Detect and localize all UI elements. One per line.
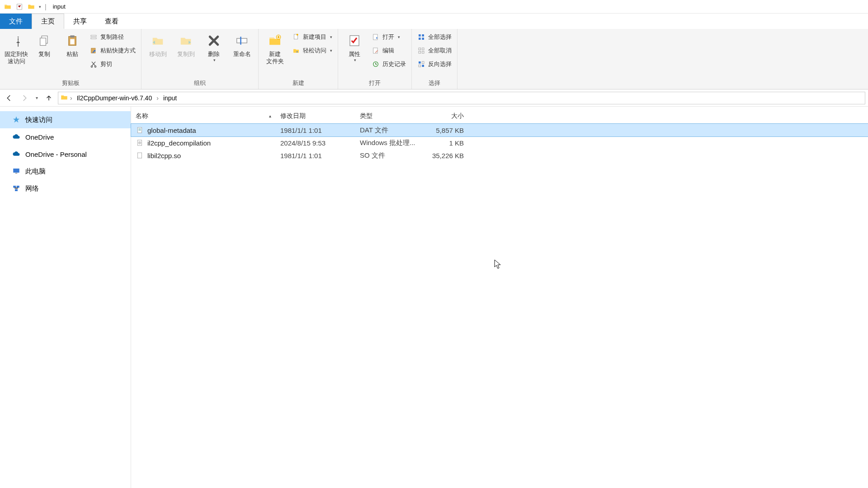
svg-rect-11 (237, 38, 247, 43)
sidebar-item-label: 网络 (25, 184, 39, 193)
file-date: 2024/8/15 9:53 (276, 139, 355, 147)
sidebar-item-this-pc[interactable]: 此电脑 (0, 163, 131, 180)
properties-icon (346, 33, 363, 49)
svg-rect-23 (422, 38, 424, 40)
column-header-name[interactable]: 名称 ▴ (131, 112, 276, 120)
history-button[interactable]: 历史记录 (370, 59, 408, 70)
rename-button[interactable]: 重命名 (229, 31, 255, 60)
tab-home[interactable]: 主页 (32, 14, 64, 29)
new-group-label: 新建 (262, 78, 334, 88)
titlebar: ▾ | input (0, 0, 868, 14)
new-folder-button[interactable]: 新建 文件夹 (262, 31, 288, 66)
ribbon-group-open: 属性 ▾ 打开 ▾ 编辑 历史记录 打开 (338, 29, 412, 89)
chevron-right-icon[interactable]: › (70, 94, 72, 102)
sidebar-item-onedrive[interactable]: OneDrive (0, 128, 131, 145)
folder-small-icon (26, 2, 36, 12)
invert-selection-button[interactable]: 反向选择 (415, 59, 453, 70)
ribbon: 固定到快 速访问 复制 粘贴 复制路径 粘贴快捷方式 (0, 29, 868, 89)
pin-to-quick-access-button[interactable]: 固定到快 速访问 (4, 31, 29, 66)
svg-rect-33 (15, 173, 18, 174)
svg-rect-32 (13, 169, 19, 173)
new-folder-icon (267, 33, 283, 49)
properties-caret-icon: ▾ (354, 58, 356, 62)
file-date: 1981/1/1 1:01 (276, 127, 355, 134)
file-type: DAT 文件 (355, 126, 423, 135)
paste-icon (64, 33, 80, 49)
tab-view[interactable]: 查看 (96, 14, 127, 29)
select-none-label: 全部取消 (428, 47, 452, 55)
svg-rect-30 (419, 65, 421, 67)
cut-button[interactable]: 剪切 (88, 59, 137, 70)
open-button[interactable]: 打开 ▾ (370, 32, 408, 42)
pin-icon (8, 33, 24, 49)
paste-shortcut-button[interactable]: 粘贴快捷方式 (88, 45, 137, 56)
new-item-caret-icon: ▾ (330, 35, 332, 39)
address-bar[interactable]: › Il2CppDumper-win-v6.7.40 › input (58, 92, 865, 104)
svg-rect-4 (70, 35, 74, 38)
file-name: libil2cpp.so (147, 152, 181, 160)
copy-path-icon (90, 33, 98, 41)
properties-qat-icon[interactable] (14, 2, 24, 12)
delete-icon (206, 33, 222, 49)
svg-rect-36 (15, 189, 18, 192)
select-none-button[interactable]: 全部取消 (415, 45, 453, 56)
svg-rect-2 (40, 38, 46, 45)
tab-file[interactable]: 文件 (0, 14, 32, 29)
file-row[interactable]: il2cpp_decompilation2024/8/15 9:53Window… (131, 136, 868, 149)
file-icon (136, 126, 144, 134)
delete-button[interactable]: 删除 ▾ (201, 31, 226, 64)
paste-shortcut-label: 粘贴快捷方式 (100, 47, 136, 55)
easy-access-button[interactable]: 轻松访问 ▾ (290, 45, 334, 56)
new-item-button[interactable]: 新建项目 ▾ (290, 32, 334, 42)
new-item-icon (292, 33, 300, 41)
nav-recent-caret-icon[interactable]: ▾ (33, 92, 40, 104)
select-group-label: 选择 (415, 78, 453, 88)
column-header-date[interactable]: 修改日期 (276, 112, 355, 120)
svg-rect-12 (240, 37, 241, 45)
edit-button[interactable]: 编辑 (370, 45, 408, 56)
breadcrumb-current[interactable]: input (160, 94, 179, 102)
navbar: ▾ › Il2CppDumper-win-v6.7.40 › input (0, 89, 868, 107)
select-none-icon (417, 47, 425, 55)
file-pane: 名称 ▴ 修改日期 类型 大小 global-metadata1981/1/1 … (131, 107, 868, 488)
copy-button[interactable]: 复制 (32, 31, 57, 60)
ribbon-group-clipboard: 固定到快 速访问 复制 粘贴 复制路径 粘贴快捷方式 (0, 29, 142, 89)
breadcrumb-parent[interactable]: Il2CppDumper-win-v6.7.40 (74, 94, 155, 102)
sidebar-item-label: 快速访问 (25, 116, 52, 124)
column-header-type[interactable]: 类型 (355, 112, 423, 120)
tab-share[interactable]: 共享 (64, 14, 96, 29)
sidebar-item-network[interactable]: 网络 (0, 180, 131, 197)
nav-up-button[interactable] (42, 92, 55, 104)
svg-rect-34 (13, 186, 16, 188)
column-header-size[interactable]: 大小 (423, 112, 468, 120)
sidebar-item-onedrive-personal[interactable]: OneDrive - Personal (0, 145, 131, 163)
select-all-button[interactable]: 全部选择 (415, 32, 453, 42)
cut-icon (90, 60, 98, 68)
svg-rect-31 (422, 65, 424, 67)
properties-label: 属性 (349, 51, 360, 58)
file-row[interactable]: global-metadata1981/1/1 1:01DAT 文件5,857 … (131, 124, 868, 136)
file-row[interactable]: libil2cpp.so1981/1/1 1:01SO 文件35,226 KB (131, 149, 868, 162)
svg-point-9 (91, 66, 92, 67)
monitor-icon (12, 167, 21, 176)
paste-button[interactable]: 粘贴 (60, 31, 85, 60)
ribbon-tabs: 文件 主页 共享 查看 (0, 14, 868, 29)
move-to-button[interactable]: 移动到 (145, 31, 170, 60)
chevron-right-icon[interactable]: › (156, 94, 159, 102)
sidebar-item-quick-access[interactable]: 快速访问 (0, 111, 131, 128)
open-label: 打开 (382, 33, 394, 41)
copy-to-button[interactable]: 复制到 (173, 31, 198, 60)
folder-qat-icon (3, 2, 13, 12)
ribbon-group-new: 新建 文件夹 新建项目 ▾ 轻松访问 ▾ 新建 (259, 29, 338, 89)
nav-back-button[interactable] (3, 92, 15, 104)
properties-button[interactable]: 属性 ▾ (342, 31, 367, 64)
svg-rect-7 (91, 38, 96, 39)
qat-dropdown-icon[interactable]: ▾ (39, 5, 41, 9)
svg-rect-27 (422, 51, 424, 53)
network-icon (12, 184, 21, 193)
nav-forward-button[interactable] (18, 92, 31, 104)
copy-path-button[interactable]: 复制路径 (88, 32, 137, 42)
svg-point-10 (94, 66, 96, 67)
move-to-icon (150, 33, 166, 49)
window-title: input (53, 3, 66, 10)
